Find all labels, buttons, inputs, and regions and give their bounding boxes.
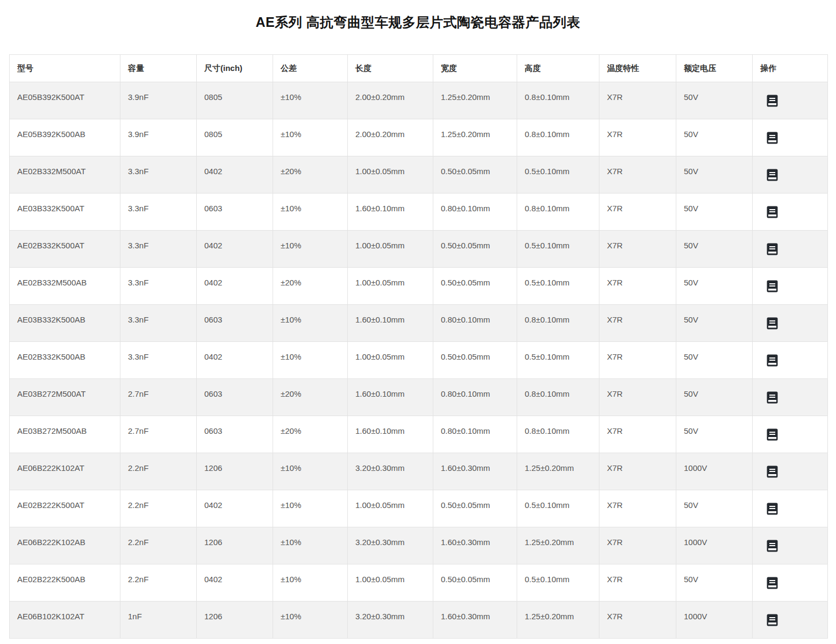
cell-temp-characteristic: X7R (599, 490, 676, 527)
cell-size: 0402 (197, 268, 273, 305)
cell-tolerance: ±10% (273, 305, 348, 342)
datasheet-icon (767, 95, 778, 107)
cell-width: 1.25±0.20mm (433, 82, 517, 119)
cell-tolerance: ±10% (273, 564, 348, 602)
products-table: 型号 容量 尺寸(inch) 公差 长度 宽度 高度 温度特性 额定电压 操作 … (9, 54, 828, 639)
cell-length: 2.00±0.20mm (348, 82, 433, 119)
cell-action (753, 194, 828, 231)
cell-temp-characteristic: X7R (599, 379, 676, 416)
cell-model: AE06B102K102AT (10, 602, 120, 639)
cell-rated-voltage: 50V (676, 156, 753, 194)
cell-length: 1.00±0.05mm (348, 231, 433, 268)
cell-tolerance: ±10% (273, 119, 348, 156)
cell-size: 0402 (197, 564, 273, 602)
cell-temp-characteristic: X7R (599, 416, 676, 453)
view-datasheet-button[interactable] (767, 503, 778, 515)
column-header-length: 长度 (348, 55, 433, 82)
column-header-capacity: 容量 (120, 55, 197, 82)
cell-width: 0.50±0.05mm (433, 564, 517, 602)
cell-length: 2.00±0.20mm (348, 119, 433, 156)
cell-action (753, 268, 828, 305)
cell-length: 1.00±0.05mm (348, 564, 433, 602)
view-datasheet-button[interactable] (767, 428, 778, 441)
view-datasheet-button[interactable] (767, 169, 778, 181)
datasheet-icon (767, 206, 778, 218)
view-datasheet-button[interactable] (767, 317, 778, 330)
cell-capacity: 3.9nF (120, 119, 197, 156)
view-datasheet-button[interactable] (767, 391, 778, 404)
cell-rated-voltage: 50V (676, 119, 753, 156)
cell-action (753, 379, 828, 416)
cell-width: 0.50±0.05mm (433, 490, 517, 527)
cell-size: 0402 (197, 156, 273, 194)
cell-width: 0.50±0.05mm (433, 268, 517, 305)
cell-capacity: 2.2nF (120, 527, 197, 564)
cell-rated-voltage: 1000V (676, 453, 753, 490)
cell-capacity: 3.3nF (120, 194, 197, 231)
cell-model: AE02B222K500AB (10, 564, 120, 602)
column-header-size: 尺寸(inch) (197, 55, 273, 82)
cell-action (753, 453, 828, 490)
cell-length: 1.60±0.10mm (348, 416, 433, 453)
cell-size: 0402 (197, 490, 273, 527)
table-row: AE06B102K102AT 1nF 1206 ±10% 3.20±0.30mm… (10, 602, 828, 639)
cell-tolerance: ±10% (273, 82, 348, 119)
cell-action (753, 156, 828, 194)
cell-length: 3.20±0.30mm (348, 453, 433, 490)
view-datasheet-button[interactable] (767, 132, 778, 144)
cell-capacity: 2.2nF (120, 490, 197, 527)
cell-temp-characteristic: X7R (599, 342, 676, 379)
view-datasheet-button[interactable] (767, 354, 778, 367)
datasheet-icon (767, 317, 778, 330)
cell-width: 1.60±0.30mm (433, 602, 517, 639)
view-datasheet-button[interactable] (767, 466, 778, 478)
cell-capacity: 3.3nF (120, 342, 197, 379)
cell-size: 0603 (197, 194, 273, 231)
datasheet-icon (767, 466, 778, 478)
cell-size: 0603 (197, 416, 273, 453)
column-header-model: 型号 (10, 55, 120, 82)
view-datasheet-button[interactable] (767, 243, 778, 255)
table-row: AE06B222K102AT 2.2nF 1206 ±10% 3.20±0.30… (10, 453, 828, 490)
cell-length: 1.60±0.10mm (348, 379, 433, 416)
column-header-action: 操作 (753, 55, 828, 82)
cell-rated-voltage: 1000V (676, 527, 753, 564)
cell-rated-voltage: 50V (676, 305, 753, 342)
cell-width: 0.50±0.05mm (433, 342, 517, 379)
cell-size: 0402 (197, 231, 273, 268)
cell-action (753, 602, 828, 639)
cell-rated-voltage: 50V (676, 416, 753, 453)
cell-model: AE06B222K102AT (10, 453, 120, 490)
cell-length: 1.60±0.10mm (348, 305, 433, 342)
cell-model: AE06B222K102AB (10, 527, 120, 564)
cell-height: 0.5±0.10mm (517, 342, 599, 379)
datasheet-icon (767, 391, 778, 404)
view-datasheet-button[interactable] (767, 614, 778, 626)
cell-height: 0.8±0.10mm (517, 119, 599, 156)
table-body: AE05B392K500AT 3.9nF 0805 ±10% 2.00±0.20… (10, 82, 828, 639)
datasheet-icon (767, 354, 778, 367)
column-header-rated-voltage: 额定电压 (676, 55, 753, 82)
cell-model: AE03B332K500AB (10, 305, 120, 342)
view-datasheet-button[interactable] (767, 206, 778, 218)
cell-temp-characteristic: X7R (599, 194, 676, 231)
table-row: AE06B222K102AB 2.2nF 1206 ±10% 3.20±0.30… (10, 527, 828, 564)
cell-tolerance: ±10% (273, 342, 348, 379)
view-datasheet-button[interactable] (767, 577, 778, 589)
cell-capacity: 2.2nF (120, 564, 197, 602)
cell-width: 1.60±0.30mm (433, 453, 517, 490)
cell-model: AE03B332K500AT (10, 194, 120, 231)
table-row: AE02B222K500AB 2.2nF 0402 ±10% 1.00±0.05… (10, 564, 828, 602)
view-datasheet-button[interactable] (767, 280, 778, 292)
view-datasheet-button[interactable] (767, 95, 778, 107)
table-row: AE02B332M500AB 3.3nF 0402 ±20% 1.00±0.05… (10, 268, 828, 305)
view-datasheet-button[interactable] (767, 540, 778, 552)
cell-temp-characteristic: X7R (599, 119, 676, 156)
cell-size: 1206 (197, 453, 273, 490)
cell-temp-characteristic: X7R (599, 156, 676, 194)
cell-size: 0603 (197, 379, 273, 416)
cell-height: 1.25±0.20mm (517, 602, 599, 639)
cell-height: 0.5±0.10mm (517, 490, 599, 527)
cell-height: 0.5±0.10mm (517, 268, 599, 305)
cell-rated-voltage: 50V (676, 379, 753, 416)
